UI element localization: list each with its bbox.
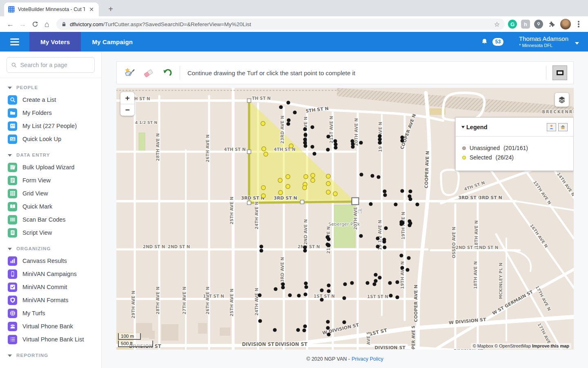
bookmark-star-icon[interactable]: ☆ (494, 20, 500, 28)
svg-text:23RD AVE N: 23RD AVE N (280, 257, 285, 285)
svg-text:20TH AVE N: 20TH AVE N (353, 202, 358, 230)
profile-avatar[interactable] (560, 19, 571, 29)
browser-tab-strip: VoteBuilder Minnesota - Cut Tu ✕ + (0, 0, 588, 16)
reload-icon[interactable] (29, 18, 41, 30)
zoom-out-button[interactable]: − (120, 104, 134, 116)
sidebar-item-form-view[interactable]: Form View (0, 174, 101, 187)
search-icon (11, 62, 16, 68)
sidebar-item-my-folders[interactable]: My Folders (0, 106, 101, 119)
section-label: DATA ENTRY (16, 153, 50, 157)
sidebar-item-virtual-phone-bank-list[interactable]: Virtual Phone Bank List (0, 333, 101, 346)
svg-text:DIVISION ST: DIVISION ST (275, 341, 307, 347)
legend-header[interactable]: Legend (456, 118, 573, 137)
contact-card-icon (8, 121, 17, 131)
id-card-icon (8, 135, 17, 144)
sidebar-item-my-turfs[interactable]: My Turfs (0, 307, 101, 320)
sidebar-item-minivan-formats[interactable]: MiniVAN Formats (0, 294, 101, 307)
draw-turf-button[interactable] (122, 66, 136, 80)
legend-collapse-caret-icon[interactable] (461, 126, 465, 128)
zoom-in-button[interactable]: + (120, 92, 134, 104)
map-scale: 100 m 500 ft (118, 332, 153, 347)
svg-text:25TH AVE N: 25TH AVE N (229, 197, 234, 224)
nav-tab-my-campaign[interactable]: My Campaign (81, 32, 144, 52)
phone-icon (8, 269, 17, 279)
sidebar-item-label: MiniVAN Formats (22, 297, 69, 303)
privacy-policy-link[interactable]: Privacy Policy (352, 356, 383, 362)
back-icon[interactable]: ← (4, 18, 16, 30)
turf-instruction-text: Continue drawing the Turf or click the s… (180, 70, 546, 76)
extensions-puzzle-icon[interactable] (547, 20, 556, 29)
building-footprint (220, 328, 230, 336)
home-icon[interactable]: ⌂ (41, 18, 53, 30)
nav-tab-my-voters[interactable]: My Voters (29, 32, 81, 52)
sidebar-item-bulk-upload-wizard[interactable]: Bulk Upload Wizard (0, 161, 101, 174)
browser-tab[interactable]: VoteBuilder Minnesota - Cut Tu ✕ (4, 2, 99, 16)
section-label: REPORTING (16, 353, 48, 358)
svg-text:3RD ST N: 3RD ST N (458, 195, 482, 200)
sidebar-item-virtual-phone-bank[interactable]: Virtual Phone Bank (0, 320, 101, 333)
legend-household-button[interactable] (558, 123, 568, 131)
section-header-reporting[interactable]: REPORTING (0, 346, 101, 361)
sidebar-item-canvass-results[interactable]: Canvass Results (0, 254, 101, 267)
svg-text:22ND AVE N: 22ND AVE N (303, 219, 308, 248)
sidebar-item-quick-look-up[interactable]: Quick Look Up (0, 132, 101, 146)
sidebar-item-create-a-list[interactable]: Create a List (0, 93, 101, 106)
search-icon (8, 95, 17, 105)
browser-menu-icon[interactable] (575, 21, 582, 27)
map[interactable]: 5TH ST NTH ST N5TH ST N4 1/2 ST N4TH ST … (116, 88, 574, 350)
sidebar-item-minivan-campaigns[interactable]: MiniVAN Campaigns (0, 267, 101, 280)
sidebar-item-quick-mark[interactable]: Quick Mark (0, 200, 101, 213)
address-bar[interactable]: dflvictory.com/TurfCutter.aspx?SavedSear… (56, 18, 505, 30)
sidebar-item-label: Quick Look Up (22, 136, 61, 142)
svg-text:DIVISION ST: DIVISION ST (374, 345, 405, 350)
mapbox-attribution[interactable]: © Mapbox (473, 343, 493, 348)
undo-button[interactable] (160, 66, 174, 80)
password-manager-icon[interactable] (534, 20, 543, 29)
notification-bell-icon[interactable] (481, 38, 488, 45)
section-header-organizing[interactable]: ORGANIZING (0, 239, 101, 254)
turf-toolbar: Continue drawing the Turf or click the s… (116, 61, 574, 84)
svg-text:20TH AVE N: 20TH AVE N (354, 118, 359, 146)
legend-people-button[interactable] (547, 123, 556, 131)
tab-close-icon[interactable]: ✕ (88, 6, 95, 13)
scale-metric: 100 m (118, 333, 141, 340)
sidebar-item-my-list-227-people[interactable]: My List (227 People) (0, 119, 101, 132)
grammarly-icon[interactable]: G (508, 20, 517, 29)
sidebar-item-minivan-commit[interactable]: MiniVAN Commit (0, 280, 101, 294)
map-extent-button[interactable] (552, 65, 567, 80)
honey-icon[interactable]: h (521, 20, 530, 29)
forward-icon[interactable]: → (16, 18, 29, 30)
osm-attribution[interactable]: © OpenStreetMap (494, 343, 531, 348)
new-tab-button[interactable]: + (105, 4, 116, 14)
svg-text:OSSEO AVE N: OSSEO AVE N (451, 227, 456, 258)
sidebar-item-grid-view[interactable]: Grid View (0, 187, 101, 200)
hamburger-menu-icon[interactable] (0, 38, 29, 45)
notification-count-badge[interactable]: 53 (492, 38, 503, 46)
sidebar-item-scan-bar-codes[interactable]: Scan Bar Codes (0, 213, 101, 226)
improve-map-link[interactable]: Improve this map (532, 343, 569, 348)
folder-icon (8, 108, 17, 118)
chevron-down-icon (8, 87, 12, 89)
svg-text:2ND ST N: 2ND ST N (168, 244, 190, 249)
url-domain: dflvictory.com (70, 21, 103, 27)
sidebar-search[interactable] (7, 57, 95, 73)
map-zoom-control: + − (120, 92, 134, 116)
chevron-down-icon (8, 154, 12, 157)
legend-item-selected: Selected (26/24) (462, 154, 567, 161)
sidebar-item-label: Form View (22, 177, 51, 184)
user-menu-caret-icon[interactable] (575, 42, 579, 45)
sidebar-item-script-view[interactable]: Script View (0, 226, 101, 239)
user-menu[interactable]: Thomas Adamson * Minnesota DFL (519, 35, 568, 49)
eraser-button[interactable] (141, 66, 155, 80)
svg-text:24TH AVE N: 24TH AVE N (254, 288, 259, 316)
section-header-data-entry[interactable]: DATA ENTRY (0, 146, 101, 161)
svg-text:18TH AVE N: 18TH AVE N (473, 261, 478, 289)
section-header-people[interactable]: PEOPLE (0, 78, 101, 93)
sidebar-item-label: My Turfs (22, 310, 45, 316)
sidebar-item-label: My List (227 People) (22, 123, 77, 129)
search-input[interactable] (20, 62, 90, 68)
svg-text:28TH AVE N: 28TH AVE N (155, 133, 160, 161)
svg-text:3RD ST N: 3RD ST N (241, 195, 265, 201)
map-layers-button[interactable] (555, 93, 569, 107)
svg-text:21ST AVE N: 21ST AVE N (329, 116, 334, 144)
